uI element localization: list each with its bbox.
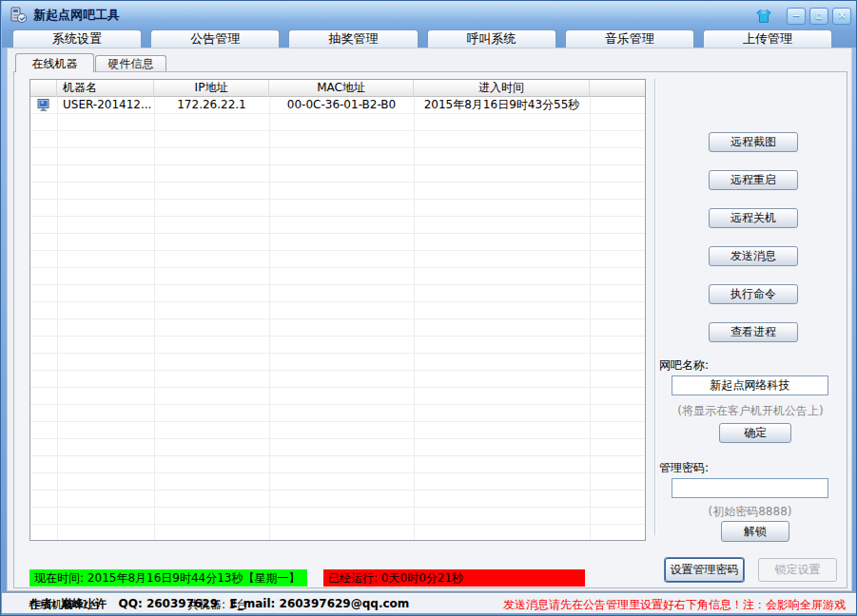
cafe-name-label: 网吧名称: [659,357,709,374]
main-tab-bar: 系统设置 公告管理 抽奖管理 呼叫系统 音乐管理 上传管理 [2,29,857,48]
unlock-button[interactable]: 解锁 [721,521,789,542]
author-line: 作者: 巅峰小许 QQ: 260397629 E_mail: 260397629… [29,596,409,612]
execute-command-button[interactable]: 执行命令 [709,284,798,304]
view-processes-button[interactable]: 查看进程 [709,322,798,342]
send-message-button[interactable]: 发送消息 [709,246,798,266]
admin-password-input[interactable] [672,478,828,498]
machine-table[interactable]: 机器名 IP地址 MAC地址 进入时间 [29,79,646,541]
cafe-name-hint: (将显示在客户机开机公告上) [657,403,844,419]
cell-machine-name: USER-201412... [57,97,154,114]
cafe-name-input[interactable] [672,375,828,395]
minimize-button[interactable]: ─ [787,8,806,25]
subtab-online-machines[interactable]: 在线机器 [15,53,94,72]
admin-password-hint: (初始密码8888) [672,504,828,520]
subtab-hardware-info[interactable]: 硬件信息 [95,55,166,72]
maximize-button[interactable]: ▫ [809,8,828,25]
vertical-divider [654,79,656,535]
tab-lottery[interactable]: 抽奖管理 [288,29,418,48]
app-icon [9,6,28,25]
system-settings-panel: 在线机器 硬件信息 机器名 IP地址 MAC地址 进入时间 [7,48,852,591]
tab-upload[interactable]: 上传管理 [703,29,832,48]
app-window: 新起点网吧工具 ─ ▫ ✕ 系统设置 公告管理 抽奖管理 呼叫系统 音乐管理 上… [0,0,857,616]
confirm-button[interactable]: 确定 [719,423,791,443]
uptime-strip: 已经运行: 0天0时0分21秒 [323,569,585,587]
remote-restart-button[interactable]: 远程重启 [709,170,798,190]
col-mac-address[interactable]: MAC地址 [269,80,414,97]
current-time-strip: 现在时间: 2015年8月16日9时44分13秒【星期一】 [29,569,307,587]
lock-settings-button: 锁定设置 [758,558,837,582]
remote-screenshot-button[interactable]: 远程截图 [709,132,798,152]
close-button[interactable]: ✕ [832,8,851,25]
admin-password-label: 管理密码: [659,460,709,476]
window-title: 新起点网吧工具 [33,7,120,24]
shirt-icon [755,8,772,25]
machine-table-body[interactable]: USER-201412... 172.26.22.1 00-0C-36-01-B… [30,97,645,540]
table-row[interactable]: USER-201412... 172.26.22.1 00-0C-36-01-B… [30,97,645,114]
tab-announcement[interactable]: 公告管理 [150,29,280,48]
tab-system-settings[interactable]: 系统设置 [12,29,142,48]
cell-mac-address: 00-0C-36-01-B2-B0 [269,97,414,114]
computer-icon [37,99,51,111]
col-machine-name[interactable]: 机器名 [57,80,154,97]
set-admin-password-button[interactable]: 设置管理密码 [665,558,744,582]
notice-message: 发送消息请先在公告管理里设置好右下角信息！注：会影响全屏游戏 [503,597,846,613]
cell-enter-time: 2015年8月16日9时43分55秒 [414,97,590,114]
cell-ip-address: 172.26.22.1 [154,97,269,114]
col-ip-address[interactable]: IP地址 [154,80,269,97]
col-enter-time[interactable]: 进入时间 [414,80,590,97]
skin-theme-button[interactable] [752,6,775,27]
title-bar: 新起点网吧工具 ─ ▫ ✕ [2,1,857,29]
remote-shutdown-button[interactable]: 远程关机 [709,208,798,228]
machine-table-header: 机器名 IP地址 MAC地址 进入时间 [30,80,645,97]
tab-call-system[interactable]: 呼叫系统 [427,29,556,48]
online-machines-page: 机器名 IP地址 MAC地址 进入时间 [13,71,847,588]
tab-music[interactable]: 音乐管理 [565,29,694,48]
